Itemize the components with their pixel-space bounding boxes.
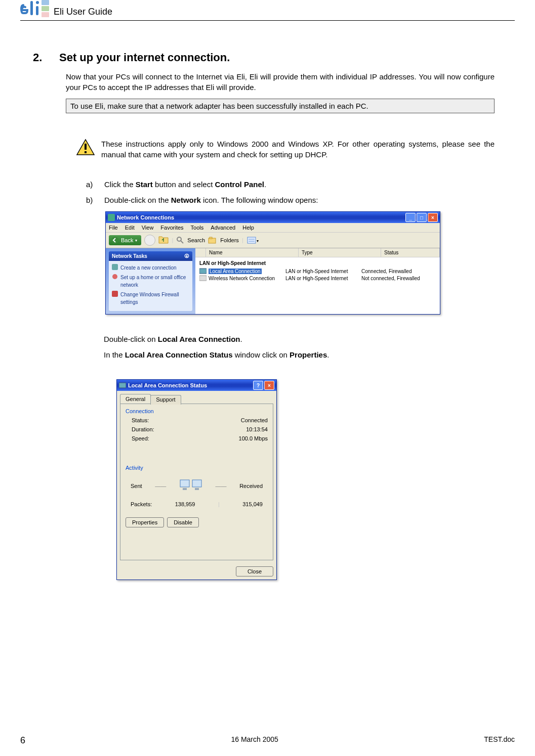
svg-rect-24 — [119, 383, 126, 388]
activity-group-label: Activity — [126, 465, 268, 471]
svg-rect-0 — [30, 1, 33, 15]
duration-value: 10:13:54 — [246, 426, 268, 432]
collapse-icon: ⦿ — [184, 253, 189, 259]
speed-value: 100.0 Mbps — [239, 435, 268, 441]
help-button[interactable]: ? — [253, 381, 263, 390]
svg-rect-2 — [36, 6, 38, 15]
views-button[interactable]: ▾ — [246, 236, 260, 245]
titlebar[interactable]: Network Connections _ □ × — [106, 212, 440, 223]
tab-bar: General Support — [117, 391, 276, 404]
up-folder-icon — [158, 235, 169, 244]
up-button[interactable] — [158, 235, 169, 245]
svg-line-12 — [181, 241, 183, 243]
svg-point-20 — [112, 274, 117, 279]
col-status[interactable]: Status — [381, 248, 440, 257]
toolbar: Back ▾ | Search Folders | ▾ — [106, 233, 440, 248]
svg-rect-4 — [42, 6, 49, 11]
search-button[interactable]: Search — [187, 237, 205, 243]
menu-favorites[interactable]: Favorites — [160, 225, 183, 231]
lac-status-dialog: Local Area Connection Status ? × General… — [116, 379, 277, 580]
menu-help[interactable]: Help — [242, 225, 254, 231]
screenshot-network-connections: Network Connections _ □ × File Edit View… — [105, 211, 515, 315]
tab-support[interactable]: Support — [150, 395, 181, 405]
doc-header: Eli User Guide — [20, 0, 515, 21]
warning-text: These instructions apply only to Windows… — [101, 139, 495, 160]
svg-text:▾: ▾ — [257, 239, 259, 243]
menu-edit[interactable]: Edit — [125, 225, 135, 231]
footer-date: 16 March 2005 — [231, 735, 278, 746]
wifi-icon — [199, 275, 207, 281]
connection-group-label: Connection — [126, 408, 268, 414]
svg-rect-3 — [42, 0, 49, 5]
section-title: Set up your internet connection. — [59, 51, 230, 64]
connection-row[interactable]: Local Area Connection LAN or High-Speed … — [199, 268, 436, 274]
forward-button[interactable] — [144, 235, 155, 246]
svg-rect-8 — [85, 151, 87, 153]
svg-rect-23 — [199, 276, 207, 281]
svg-rect-9 — [108, 214, 115, 221]
menu-file[interactable]: File — [109, 225, 118, 231]
column-headers: Name Type Status — [195, 248, 440, 257]
warning-row: These instructions apply only to Windows… — [76, 139, 495, 160]
task-firewall-settings[interactable]: Change Windows Firewall settings — [112, 291, 189, 306]
window-icon — [108, 214, 115, 221]
step-letter: a) — [86, 180, 104, 189]
section-number: 2. — [33, 51, 59, 64]
svg-rect-14 — [210, 237, 212, 239]
svg-rect-21 — [112, 291, 118, 297]
svg-rect-5 — [42, 12, 49, 17]
task-create-connection[interactable]: Create a new connection — [112, 264, 189, 272]
post-text-1: Double-click on Local Area Connection. — [104, 335, 515, 343]
step-b: b) Double-click on the Network icon. The… — [86, 196, 495, 204]
folders-button[interactable]: Folders — [220, 237, 239, 243]
duration-label: Duration: — [132, 426, 154, 432]
status-label: Status: — [132, 417, 149, 423]
maximize-button[interactable]: □ — [417, 213, 427, 222]
close-button[interactable]: × — [428, 213, 438, 222]
step-a: a) Click the Start button and select Con… — [86, 180, 495, 189]
screenshot-lac-status: Local Area Connection Status ? × General… — [116, 379, 515, 580]
svg-rect-7 — [85, 144, 87, 150]
menu-view[interactable]: View — [142, 225, 154, 231]
step-body: Click the Start button and select Contro… — [104, 180, 495, 189]
menu-advanced[interactable]: Advanced — [211, 225, 235, 231]
back-arrow-icon — [111, 236, 119, 244]
connection-row[interactable]: Wireless Network Connection LAN or High-… — [199, 275, 436, 281]
disable-button[interactable]: Disable — [167, 517, 199, 527]
back-button[interactable]: Back ▾ — [109, 235, 141, 245]
intro-paragraph: Now that your PCs will connect to the In… — [66, 71, 495, 93]
tab-general[interactable]: General — [120, 394, 151, 404]
step-letter: b) — [86, 196, 104, 204]
section-heading: 2. Set up your internet connection. — [33, 51, 515, 64]
properties-button[interactable]: Properties — [126, 517, 164, 527]
speed-label: Speed: — [132, 435, 149, 441]
received-label: Received — [239, 483, 263, 489]
packets-label: Packets: — [131, 501, 152, 507]
lan-icon — [199, 268, 207, 274]
packets-sent: 138,959 — [175, 501, 195, 507]
svg-rect-27 — [192, 480, 201, 487]
svg-rect-19 — [112, 264, 118, 270]
menu-tools[interactable]: Tools — [191, 225, 204, 231]
close-button[interactable]: × — [264, 381, 274, 390]
col-name[interactable]: Name — [206, 248, 299, 257]
svg-rect-28 — [195, 488, 199, 490]
packets-received: 315,049 — [242, 501, 263, 507]
svg-rect-25 — [180, 480, 189, 487]
note-box: To use Eli, make sure that a network ada… — [66, 99, 495, 113]
col-type[interactable]: Type — [299, 248, 381, 257]
svg-point-1 — [36, 1, 39, 4]
window-title: Network Connections — [117, 214, 174, 220]
dialog-titlebar[interactable]: Local Area Connection Status ? × — [117, 380, 276, 391]
dialog-body: Connection Status:Connected Duration:10:… — [120, 404, 273, 560]
connections-list: Name Type Status LAN or High-Speed Inter… — [195, 248, 440, 314]
task-setup-network[interactable]: Set up a home or small office network — [112, 274, 189, 289]
tasks-sidepane: Network Tasks ⦿ Create a new connection … — [106, 248, 195, 314]
group-label: LAN or High-Speed Internet — [195, 257, 440, 268]
minimize-button[interactable]: _ — [405, 213, 416, 222]
status-value: Connected — [241, 417, 268, 423]
close-dialog-button[interactable]: Close — [236, 566, 273, 576]
dialog-title: Local Area Connection Status — [128, 382, 207, 388]
sidepane-header[interactable]: Network Tasks ⦿ — [109, 251, 192, 261]
eli-logo — [20, 0, 50, 18]
